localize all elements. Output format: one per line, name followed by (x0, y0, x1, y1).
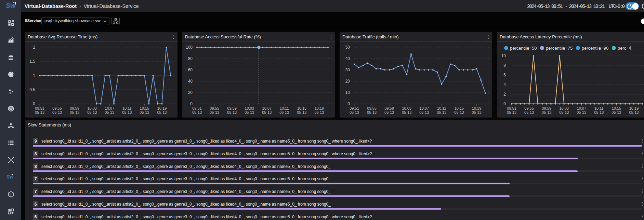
svg-text:10:03: 10:03 (559, 106, 569, 110)
svg-text:09:51: 09:51 (192, 106, 202, 110)
svg-text:2: 2 (33, 45, 35, 50)
svg-text:10:19: 10:19 (472, 106, 482, 110)
svg-text:05-13: 05-13 (350, 110, 359, 114)
svg-text:10:07: 10:07 (105, 106, 115, 110)
svg-text:6: 6 (503, 73, 506, 77)
svg-text:10:19: 10:19 (629, 106, 639, 110)
svg-text:40: 40 (188, 79, 193, 84)
svg-text:10:07: 10:07 (577, 106, 587, 110)
svg-text:4: 4 (503, 82, 506, 87)
svg-text:10:03: 10:03 (245, 106, 254, 110)
svg-text:05-13: 05-13 (157, 110, 167, 114)
svg-text:10:15: 10:15 (455, 106, 464, 110)
svg-text:05-13: 05-13 (210, 110, 219, 114)
svg-text:05-13: 05-13 (87, 110, 97, 114)
svg-text:09:59: 09:59 (542, 106, 551, 110)
svg-text:05-13: 05-13 (419, 110, 429, 114)
svg-text:10:03: 10:03 (402, 106, 411, 110)
svg-text:10:15: 10:15 (140, 106, 149, 110)
svg-text:10:15: 10:15 (297, 106, 307, 110)
svg-text:05-13: 05-13 (262, 110, 272, 114)
svg-text:10:07: 10:07 (262, 106, 272, 110)
svg-text:05-13: 05-13 (52, 110, 62, 114)
svg-text:1: 1 (33, 73, 35, 78)
svg-text:8: 8 (503, 63, 506, 68)
svg-text:0: 0 (190, 101, 193, 106)
svg-text:05-13: 05-13 (192, 110, 202, 114)
svg-text:60: 60 (188, 68, 193, 72)
svg-text:100: 100 (186, 45, 193, 50)
svg-text:10:11: 10:11 (594, 106, 604, 110)
svg-text:05-13: 05-13 (577, 110, 586, 114)
svg-text:05-13: 05-13 (524, 110, 534, 114)
svg-text:09:51: 09:51 (35, 106, 44, 110)
svg-text:09:59: 09:59 (70, 106, 79, 110)
svg-text:80: 80 (188, 56, 193, 61)
svg-text:perc: perc (618, 46, 627, 51)
svg-text:05-13: 05-13 (594, 110, 604, 114)
svg-text:10:03: 10:03 (87, 106, 97, 110)
svg-text:05-13: 05-13 (140, 110, 149, 114)
svg-text:percentile=75: percentile=75 (546, 46, 573, 51)
svg-text:09:55: 09:55 (210, 106, 219, 110)
svg-text:0: 0 (347, 101, 350, 106)
svg-text:40: 40 (345, 56, 350, 61)
svg-text:05-13: 05-13 (122, 110, 132, 114)
svg-text:05-13: 05-13 (297, 110, 306, 114)
svg-text:0.5: 0.5 (29, 87, 35, 92)
svg-text:05-13: 05-13 (384, 110, 394, 114)
svg-text:10: 10 (501, 53, 506, 58)
svg-text:05-13: 05-13 (612, 110, 621, 114)
svg-text:05-13: 05-13 (314, 110, 324, 114)
svg-text:10:11: 10:11 (280, 106, 289, 110)
svg-text:05-13: 05-13 (437, 110, 446, 114)
svg-text:20: 20 (345, 79, 350, 84)
svg-text:09:55: 09:55 (367, 106, 377, 110)
svg-text:05-13: 05-13 (507, 110, 516, 114)
svg-text:10:11: 10:11 (437, 106, 446, 110)
svg-text:10:19: 10:19 (315, 106, 324, 110)
svg-text:1.5: 1.5 (29, 59, 35, 64)
svg-text:05-13: 05-13 (105, 110, 114, 114)
svg-text:10:15: 10:15 (612, 106, 621, 110)
svg-text:percentile=50: percentile=50 (510, 46, 537, 51)
svg-text:05-13: 05-13 (35, 110, 44, 114)
svg-text:05-13: 05-13 (454, 110, 464, 114)
svg-text:0: 0 (33, 101, 35, 106)
svg-text:30: 30 (345, 68, 350, 72)
svg-text:09:55: 09:55 (524, 106, 534, 110)
svg-text:09:51: 09:51 (350, 106, 359, 110)
svg-text:09:55: 09:55 (52, 106, 62, 110)
svg-text:09:59: 09:59 (227, 106, 237, 110)
svg-text:2: 2 (503, 92, 506, 97)
svg-text:10:19: 10:19 (157, 106, 167, 110)
svg-text:50: 50 (345, 45, 350, 50)
svg-text:05-13: 05-13 (472, 110, 481, 114)
svg-text:09:51: 09:51 (507, 106, 516, 110)
svg-text:percentile=90: percentile=90 (582, 46, 608, 51)
svg-text:05-13: 05-13 (367, 110, 377, 114)
svg-text:05-13: 05-13 (629, 110, 639, 114)
svg-text:05-13: 05-13 (542, 110, 551, 114)
svg-text:05-13: 05-13 (245, 110, 254, 114)
svg-text:0: 0 (503, 101, 506, 106)
svg-text:10:11: 10:11 (122, 106, 132, 110)
svg-text:09:59: 09:59 (384, 106, 394, 110)
svg-text:10:07: 10:07 (420, 106, 429, 110)
svg-text:05-13: 05-13 (402, 110, 411, 114)
svg-text:05-13: 05-13 (559, 110, 569, 114)
svg-text:05-13: 05-13 (227, 110, 237, 114)
svg-text:05-13: 05-13 (279, 110, 289, 114)
svg-text:10: 10 (345, 90, 350, 95)
svg-text:05-13: 05-13 (70, 110, 79, 114)
svg-text:20: 20 (188, 90, 193, 95)
